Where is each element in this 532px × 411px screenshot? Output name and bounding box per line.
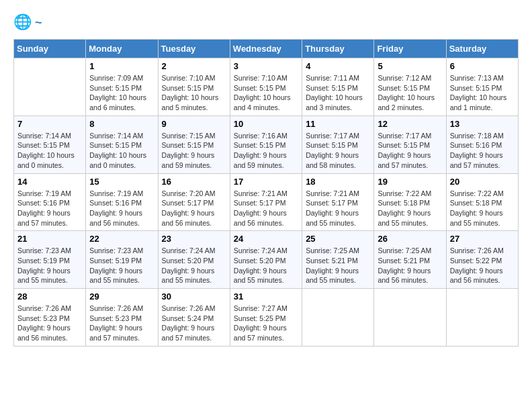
header-day-wednesday: Wednesday [230,40,302,58]
calendar-cell: 5Sunrise: 7:12 AM Sunset: 5:15 PM Daylig… [374,58,446,116]
logo: 🌐 ~ [13,13,42,32]
day-number: 17 [234,177,298,187]
day-number: 5 [378,61,442,71]
calendar-header: SundayMondayTuesdayWednesdayThursdayFrid… [14,40,519,58]
day-number: 22 [89,234,154,244]
calendar-cell: 27Sunrise: 7:26 AM Sunset: 5:22 PM Dayli… [446,231,518,289]
day-number: 1 [89,61,154,71]
cell-content: Sunrise: 7:17 AM Sunset: 5:15 PM Dayligh… [306,131,370,171]
cell-content: Sunrise: 7:24 AM Sunset: 5:20 PM Dayligh… [234,246,298,285]
calendar-cell: 19Sunrise: 7:22 AM Sunset: 5:18 PM Dayli… [374,173,446,231]
cell-content: Sunrise: 7:25 AM Sunset: 5:21 PM Dayligh… [306,246,370,285]
day-number: 25 [306,234,370,244]
day-number: 3 [234,61,298,71]
calendar-cell: 11Sunrise: 7:17 AM Sunset: 5:15 PM Dayli… [302,116,374,173]
calendar-cell: 10Sunrise: 7:16 AM Sunset: 5:15 PM Dayli… [230,116,302,173]
cell-content: Sunrise: 7:11 AM Sunset: 5:15 PM Dayligh… [306,73,370,113]
day-number: 27 [450,234,515,244]
calendar-cell: 16Sunrise: 7:20 AM Sunset: 5:17 PM Dayli… [158,173,230,231]
cell-content: Sunrise: 7:22 AM Sunset: 5:18 PM Dayligh… [450,189,515,228]
cell-content: Sunrise: 7:10 AM Sunset: 5:15 PM Dayligh… [234,73,298,113]
day-number: 24 [234,234,298,244]
day-number: 20 [450,177,515,187]
day-number: 9 [162,119,226,129]
header-day-friday: Friday [374,40,446,58]
day-number: 6 [450,61,515,71]
header-day-monday: Monday [86,40,158,58]
calendar-cell: 4Sunrise: 7:11 AM Sunset: 5:15 PM Daylig… [302,58,374,116]
calendar-cell: 14Sunrise: 7:19 AM Sunset: 5:16 PM Dayli… [14,173,86,231]
calendar-cell: 2Sunrise: 7:10 AM Sunset: 5:15 PM Daylig… [158,58,230,116]
calendar-cell: 20Sunrise: 7:22 AM Sunset: 5:18 PM Dayli… [446,173,518,231]
calendar-cell: 31Sunrise: 7:27 AM Sunset: 5:25 PM Dayli… [230,289,302,347]
svg-text:🌐: 🌐 [13,13,32,31]
day-number: 31 [234,291,298,302]
calendar-cell: 3Sunrise: 7:10 AM Sunset: 5:15 PM Daylig… [230,58,302,116]
cell-content: Sunrise: 7:12 AM Sunset: 5:15 PM Dayligh… [378,73,442,113]
calendar-cell: 24Sunrise: 7:24 AM Sunset: 5:20 PM Dayli… [230,231,302,289]
cell-content: Sunrise: 7:10 AM Sunset: 5:15 PM Dayligh… [162,73,226,113]
calendar-cell: 12Sunrise: 7:17 AM Sunset: 5:15 PM Dayli… [374,116,446,173]
calendar-cell: 8Sunrise: 7:14 AM Sunset: 5:15 PM Daylig… [86,116,158,173]
cell-content: Sunrise: 7:23 AM Sunset: 5:19 PM Dayligh… [89,246,154,285]
calendar-cell [374,289,446,347]
calendar-cell: 1Sunrise: 7:09 AM Sunset: 5:15 PM Daylig… [86,58,158,116]
cell-content: Sunrise: 7:13 AM Sunset: 5:15 PM Dayligh… [450,73,515,113]
day-number: 11 [306,119,370,129]
calendar-cell [14,58,86,116]
calendar-cell: 22Sunrise: 7:23 AM Sunset: 5:19 PM Dayli… [86,231,158,289]
cell-content: Sunrise: 7:16 AM Sunset: 5:15 PM Dayligh… [234,131,298,171]
cell-content: Sunrise: 7:26 AM Sunset: 5:23 PM Dayligh… [17,304,82,343]
calendar-week-2: 7Sunrise: 7:14 AM Sunset: 5:15 PM Daylig… [14,116,519,173]
calendar-cell: 29Sunrise: 7:26 AM Sunset: 5:23 PM Dayli… [86,289,158,347]
day-number: 13 [450,119,515,129]
calendar-cell: 15Sunrise: 7:19 AM Sunset: 5:16 PM Dayli… [86,173,158,231]
calendar-cell: 6Sunrise: 7:13 AM Sunset: 5:15 PM Daylig… [446,58,518,116]
calendar-cell [302,289,374,347]
cell-content: Sunrise: 7:20 AM Sunset: 5:17 PM Dayligh… [162,189,226,228]
calendar-cell: 21Sunrise: 7:23 AM Sunset: 5:19 PM Dayli… [14,231,86,289]
day-number: 4 [306,61,370,71]
calendar-week-1: 1Sunrise: 7:09 AM Sunset: 5:15 PM Daylig… [14,58,519,116]
calendar-cell: 9Sunrise: 7:15 AM Sunset: 5:15 PM Daylig… [158,116,230,173]
day-number: 30 [162,291,226,302]
day-number: 7 [17,119,82,129]
logo-icon: 🌐 [13,13,32,32]
calendar-table: SundayMondayTuesdayWednesdayThursdayFrid… [13,39,519,347]
cell-content: Sunrise: 7:14 AM Sunset: 5:15 PM Dayligh… [89,131,154,171]
cell-content: Sunrise: 7:17 AM Sunset: 5:15 PM Dayligh… [378,131,442,171]
day-number: 16 [162,177,226,187]
calendar-cell: 28Sunrise: 7:26 AM Sunset: 5:23 PM Dayli… [14,289,86,347]
cell-content: Sunrise: 7:21 AM Sunset: 5:17 PM Dayligh… [306,189,370,228]
cell-content: Sunrise: 7:18 AM Sunset: 5:16 PM Dayligh… [450,131,515,171]
day-number: 19 [378,177,442,187]
cell-content: Sunrise: 7:21 AM Sunset: 5:17 PM Dayligh… [234,189,298,228]
day-number: 23 [162,234,226,244]
cell-content: Sunrise: 7:09 AM Sunset: 5:15 PM Dayligh… [89,73,154,113]
cell-content: Sunrise: 7:23 AM Sunset: 5:19 PM Dayligh… [17,246,82,285]
cell-content: Sunrise: 7:15 AM Sunset: 5:15 PM Dayligh… [162,131,226,171]
cell-content: Sunrise: 7:19 AM Sunset: 5:16 PM Dayligh… [89,189,154,228]
calendar-week-5: 28Sunrise: 7:26 AM Sunset: 5:23 PM Dayli… [14,289,519,347]
header-day-tuesday: Tuesday [158,40,230,58]
cell-content: Sunrise: 7:26 AM Sunset: 5:24 PM Dayligh… [162,304,226,343]
day-number: 15 [89,177,154,187]
calendar-cell: 13Sunrise: 7:18 AM Sunset: 5:16 PM Dayli… [446,116,518,173]
cell-content: Sunrise: 7:27 AM Sunset: 5:25 PM Dayligh… [234,304,298,343]
calendar-cell: 30Sunrise: 7:26 AM Sunset: 5:24 PM Dayli… [158,289,230,347]
calendar-week-3: 14Sunrise: 7:19 AM Sunset: 5:16 PM Dayli… [14,173,519,231]
cell-content: Sunrise: 7:26 AM Sunset: 5:22 PM Dayligh… [450,246,515,285]
calendar-cell: 18Sunrise: 7:21 AM Sunset: 5:17 PM Dayli… [302,173,374,231]
cell-content: Sunrise: 7:14 AM Sunset: 5:15 PM Dayligh… [17,131,82,171]
logo-wave: ~ [35,16,42,30]
day-number: 12 [378,119,442,129]
day-number: 29 [89,291,154,302]
day-number: 18 [306,177,370,187]
day-number: 28 [17,291,82,302]
day-number: 2 [162,61,226,71]
calendar-week-4: 21Sunrise: 7:23 AM Sunset: 5:19 PM Dayli… [14,231,519,289]
cell-content: Sunrise: 7:26 AM Sunset: 5:23 PM Dayligh… [89,304,154,343]
day-number: 10 [234,119,298,129]
calendar-cell: 17Sunrise: 7:21 AM Sunset: 5:17 PM Dayli… [230,173,302,231]
day-number: 14 [17,177,82,187]
